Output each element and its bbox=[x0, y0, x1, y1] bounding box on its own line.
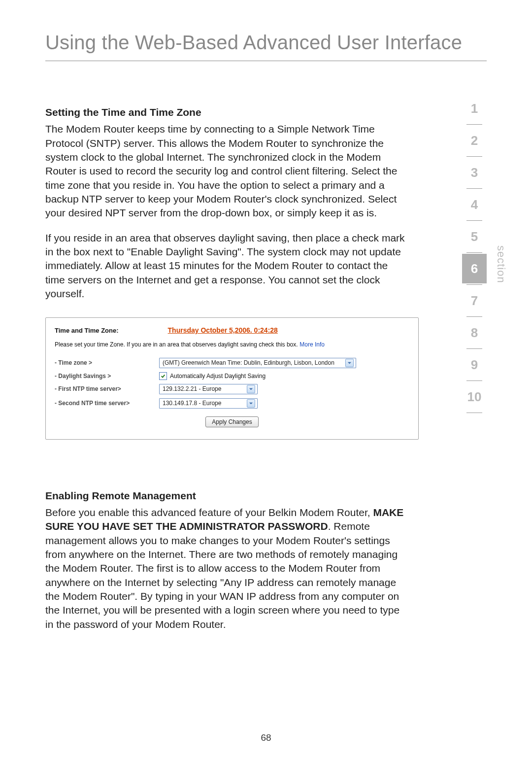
title-rule bbox=[45, 61, 487, 61]
daylight-checkbox-label: Automatically Adjust Daylight Saving bbox=[170, 372, 266, 380]
section-tab-5[interactable]: 5 bbox=[462, 222, 487, 251]
page-number: 68 bbox=[0, 732, 532, 743]
more-info-link[interactable]: More Info bbox=[299, 341, 325, 348]
apply-changes-button[interactable]: Apply Changes bbox=[205, 416, 258, 427]
timezone-label: - Time zone > bbox=[55, 359, 153, 367]
time-zone-panel: Time and Time Zone: Thursday October 5,2… bbox=[45, 317, 419, 439]
ntp1-select[interactable]: 129.132.2.21 - Europe bbox=[159, 384, 258, 394]
section-tab-9[interactable]: 9 bbox=[462, 350, 487, 380]
paragraph-tz-1: The Modem Router keeps time by connectin… bbox=[45, 122, 405, 220]
tab-separator bbox=[466, 124, 482, 125]
tab-separator bbox=[466, 413, 482, 413]
tab-separator bbox=[466, 156, 482, 157]
section-tab-7[interactable]: 7 bbox=[462, 286, 487, 315]
section-tab-4[interactable]: 4 bbox=[462, 190, 487, 219]
main-content: Setting the Time and Time Zone The Modem… bbox=[45, 105, 405, 631]
ntp1-select-value: 129.132.2.21 - Europe bbox=[163, 385, 221, 393]
tab-separator bbox=[466, 252, 482, 253]
tab-separator bbox=[466, 220, 482, 221]
tab-separator bbox=[466, 284, 482, 285]
section-tab-6[interactable]: 6 bbox=[462, 254, 487, 283]
paragraph-remote-b: . Remote management allows you to make c… bbox=[45, 520, 399, 629]
checkbox-icon bbox=[159, 372, 167, 380]
section-tab-1[interactable]: 1 bbox=[462, 94, 487, 123]
ntp2-select[interactable]: 130.149.17.8 - Europe bbox=[159, 398, 258, 409]
paragraph-remote: Before you enable this advanced feature … bbox=[45, 506, 405, 631]
section-tab-8[interactable]: 8 bbox=[462, 318, 487, 347]
heading-time-zone: Setting the Time and Time Zone bbox=[45, 105, 405, 119]
ntp1-label: - First NTP time server> bbox=[55, 385, 153, 393]
section-side-label: section bbox=[495, 245, 507, 283]
chevron-down-icon bbox=[247, 385, 255, 393]
tab-separator bbox=[466, 380, 482, 381]
daylight-label: - Daylight Savings > bbox=[55, 372, 153, 380]
tab-separator bbox=[466, 188, 482, 189]
paragraph-tz-2: If you reside in an area that observes d… bbox=[45, 231, 405, 301]
section-tab-2[interactable]: 2 bbox=[462, 126, 487, 155]
section-tab-10[interactable]: 10 bbox=[462, 382, 487, 412]
tz-panel-datetime: Thursday October 5,2006. 0:24:28 bbox=[168, 326, 278, 335]
section-tab-3[interactable]: 3 bbox=[462, 158, 487, 187]
tab-separator bbox=[466, 316, 482, 317]
tz-panel-title: Time and Time Zone: bbox=[55, 326, 119, 335]
tz-panel-desc: Please set your time Zone. If you are in… bbox=[55, 341, 298, 348]
page-title: Using the Web-Based Advanced User Interf… bbox=[45, 32, 487, 54]
paragraph-remote-a: Before you enable this advanced feature … bbox=[45, 507, 373, 518]
section-tabs: 1 2 3 4 5 6 7 8 9 10 bbox=[457, 94, 492, 414]
ntp2-select-value: 130.149.17.8 - Europe bbox=[163, 399, 221, 407]
daylight-checkbox[interactable]: Automatically Adjust Daylight Saving bbox=[159, 372, 266, 380]
chevron-down-icon bbox=[345, 359, 354, 367]
timezone-select-value: (GMT) Greenwich Mean Time: Dublin, Edinb… bbox=[163, 359, 334, 367]
tab-separator bbox=[466, 348, 482, 349]
ntp2-label: - Second NTP time server> bbox=[55, 399, 153, 407]
heading-remote-mgmt: Enabling Remote Management bbox=[45, 489, 405, 503]
timezone-select[interactable]: (GMT) Greenwich Mean Time: Dublin, Edinb… bbox=[159, 358, 356, 368]
chevron-down-icon bbox=[247, 399, 255, 408]
